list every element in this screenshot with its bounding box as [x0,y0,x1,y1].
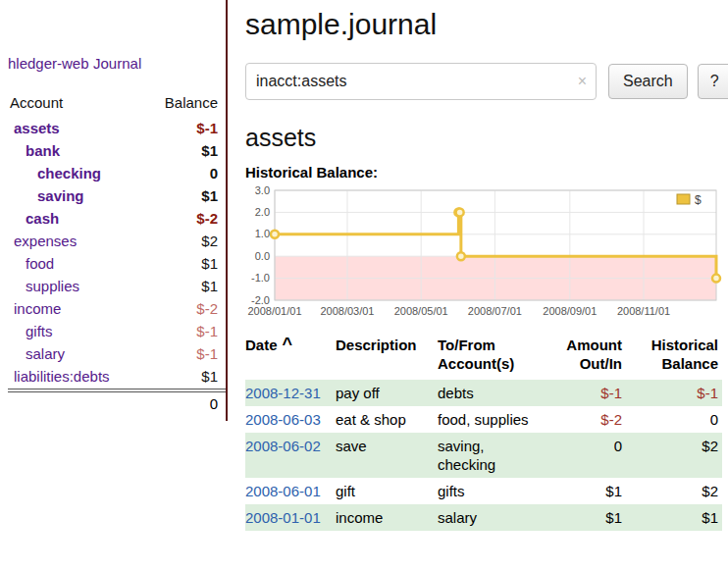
transaction-date-link[interactable]: 2008-12-31 [245,385,321,401]
sidebar-account-income[interactable]: income [14,300,61,318]
account-row: food $1 [8,253,226,276]
sidebar-account-expenses[interactable]: expenses [14,233,77,250]
transaction-amount: $1 [553,478,634,504]
account-balance: $-2 [196,210,218,228]
table-row: 2008-06-02 save saving, checking 0 $2 [245,433,722,478]
account-tree: Account Balance assets $-1 bank $1 check… [8,92,226,415]
account-column-header: Account [10,94,63,111]
sidebar-account-liabilities-debts[interactable]: liabilities:debts [14,368,110,386]
table-row: 2008-06-03 eat & shop food, supplies $-2… [245,406,722,433]
svg-text:2008/03/01: 2008/03/01 [320,305,374,317]
svg-text:2008/09/01: 2008/09/01 [543,305,597,317]
transaction-accounts: food, supplies [438,406,553,433]
account-row: bank $1 [8,140,226,163]
transaction-description: pay off [336,380,438,406]
account-balance: $-1 [196,120,218,137]
transaction-amount: 0 [553,433,634,478]
svg-text:2.0: 2.0 [255,206,270,218]
account-balance: $1 [201,278,218,295]
main-content: sample.journal × Search ? assets Histori… [228,0,728,531]
date-header-label: Date [245,337,278,353]
sidebar-account-gifts[interactable]: gifts [26,323,53,340]
transaction-date-link[interactable]: 2008-06-03 [245,411,321,428]
table-row: 2008-01-01 income salary $1 $1 [245,504,722,531]
account-balance: $-1 [196,345,218,363]
transaction-amount: $1 [553,504,634,531]
sidebar-account-bank[interactable]: bank [26,142,60,160]
transaction-date-link[interactable]: 2008-06-01 [245,483,321,499]
transaction-balance: 0 [634,406,722,433]
transaction-accounts: salary [438,504,553,531]
app-window: hledger-web Journal Account Balance asse… [0,0,728,531]
account-row: supplies $1 [8,276,226,298]
transaction-accounts: saving, checking [438,433,553,478]
search-input[interactable] [245,63,597,100]
sidebar-account-food[interactable]: food [26,255,54,273]
balance-header: Historical Balance [634,336,722,380]
svg-text:2008/05/01: 2008/05/01 [394,305,448,317]
svg-text:-2.0: -2.0 [251,294,270,306]
balance-column-header: Balance [165,94,218,111]
transaction-amount: $-1 [553,380,634,406]
clear-search-icon[interactable]: × [578,74,587,89]
account-balance: $1 [201,255,218,273]
accounts-total: 0 [8,392,226,415]
svg-text:1.0: 1.0 [255,228,270,239]
sidebar-account-checking[interactable]: checking [37,165,101,182]
account-row: income $-2 [8,298,226,321]
transaction-description: eat & shop [336,406,438,433]
sidebar-account-salary[interactable]: salary [26,345,65,363]
search-button[interactable]: Search [608,64,688,99]
transaction-balance: $1 [634,504,722,531]
chart-title: Historical Balance: [245,164,728,181]
sidebar-item-journal[interactable]: Journal [93,55,141,72]
description-header: Description [336,336,438,380]
transaction-balance: $2 [634,433,722,478]
search-box: × [245,63,597,100]
account-row: cash $-2 [8,208,226,231]
sidebar: hledger-web Journal Account Balance asse… [0,0,228,421]
svg-text:2008/07/01: 2008/07/01 [468,305,522,317]
svg-text:2008/11/01: 2008/11/01 [617,305,670,317]
account-row: liabilities:debts $1 [8,366,226,389]
chart-canvas[interactable]: 3.02.01.00.0-1.0-2.02008/01/012008/03/01… [245,184,722,324]
transaction-balance: $2 [634,478,722,504]
total-balance: 0 [210,395,218,412]
account-balance: $1 [201,368,218,386]
help-button[interactable]: ? [698,64,728,99]
account-balance: $2 [201,233,218,250]
account-heading: assets [245,124,728,152]
account-row: expenses $2 [8,231,226,253]
account-balance: 0 [210,165,218,182]
account-balance: $1 [201,187,218,205]
page-title: sample.journal [245,8,728,41]
account-row: saving $1 [8,185,226,208]
sidebar-account-saving[interactable]: saving [37,187,84,205]
register-sort-date[interactable]: Date^ [245,336,336,380]
register-table: Date^ Description To/From Account(s) Amo… [245,336,722,531]
account-row: salary $-1 [8,343,226,366]
table-row: 2008-06-01 gift gifts $1 $2 [245,478,722,504]
sidebar-account-supplies[interactable]: supplies [26,278,79,295]
account-row: gifts $-1 [8,321,226,343]
sidebar-account-cash[interactable]: cash [26,210,59,228]
brand-link[interactable]: hledger-web [8,55,89,72]
transaction-date-link[interactable]: 2008-06-02 [245,438,321,454]
historical-balance-chart[interactable]: 3.02.01.00.0-1.0-2.02008/01/012008/03/01… [245,184,728,324]
svg-text:2008/01/01: 2008/01/01 [247,305,301,317]
transaction-balance: $-1 [634,380,722,406]
svg-text:-1.0: -1.0 [251,272,270,284]
transaction-amount: $-2 [553,406,634,433]
svg-text:3.0: 3.0 [255,184,270,196]
account-tree-header: Account Balance [8,92,226,118]
transaction-date-link[interactable]: 2008-01-01 [245,509,321,526]
transaction-description: save [336,433,438,478]
amount-header: Amount Out/In [553,336,634,380]
sidebar-account-assets[interactable]: assets [14,120,60,137]
transaction-description: gift [336,478,438,504]
account-balance: $-2 [196,300,218,318]
search-form: × Search ? [245,63,728,100]
account-balance: $-1 [196,323,218,340]
svg-text:$: $ [695,193,702,207]
account-row: checking 0 [8,163,226,185]
